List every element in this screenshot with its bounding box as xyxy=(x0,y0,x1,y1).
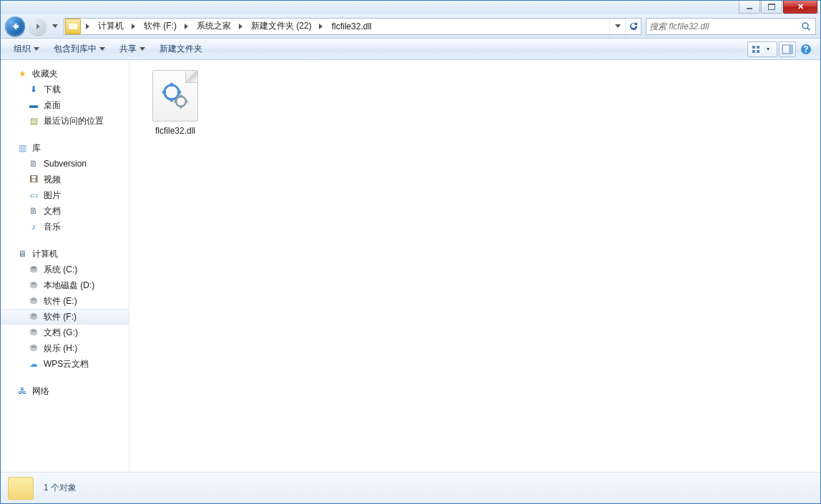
group-label: 收藏夹 xyxy=(32,68,58,80)
breadcrumb-label: 系统之家 xyxy=(197,20,231,32)
close-button[interactable]: ✕ xyxy=(783,1,817,14)
item-label: 视频 xyxy=(44,174,61,186)
item-label: 最近访问的位置 xyxy=(44,115,104,127)
library-icon: ▥ xyxy=(16,142,28,154)
video-icon: 🎞 xyxy=(28,174,39,185)
item-label: WPS云文档 xyxy=(44,358,89,370)
refresh-button[interactable] xyxy=(625,19,641,34)
star-icon: ★ xyxy=(16,68,28,79)
desktop-icon: ▬ xyxy=(28,99,39,111)
sidebar-item-wps-cloud[interactable]: ☁WPS云文档 xyxy=(1,356,129,372)
button-label: 组织 xyxy=(14,43,31,55)
sidebar-item-music[interactable]: ♪音乐 xyxy=(1,219,129,234)
breadcrumb-current[interactable]: flcfile32.dll xyxy=(326,19,376,34)
chevron-down-icon xyxy=(52,24,58,28)
share-button[interactable]: 共享 xyxy=(112,40,152,58)
svg-rect-20 xyxy=(180,106,182,109)
svg-rect-15 xyxy=(170,98,173,102)
item-label: 桌面 xyxy=(44,99,61,112)
computer-icon: 🖥 xyxy=(16,248,28,260)
sidebar-item-videos[interactable]: 🎞视频 xyxy=(1,172,129,187)
computer-header[interactable]: 🖥 计算机 xyxy=(1,246,129,262)
libraries-header[interactable]: ▥ 库 xyxy=(1,140,129,156)
chevron-down-icon xyxy=(615,24,621,28)
picture-icon: ▭ xyxy=(28,189,39,201)
breadcrumb-separator[interactable] xyxy=(128,19,138,34)
music-icon: ♪ xyxy=(28,221,39,232)
minimize-button[interactable] xyxy=(739,1,760,14)
navigation-pane: ★ 收藏夹 ⬇下载 ▬桌面 ▤最近访问的位置 ▥ 库 🗎Subversion 🎞… xyxy=(1,60,129,472)
include-in-library-button[interactable]: 包含到库中 xyxy=(46,40,112,58)
breadcrumb-separator[interactable] xyxy=(316,19,326,34)
item-label: 下载 xyxy=(44,84,61,96)
svg-point-18 xyxy=(176,97,186,107)
item-label: 文档 xyxy=(44,205,61,217)
sidebar-item-documents[interactable]: 🗎文档 xyxy=(1,203,129,219)
sidebar-item-pictures[interactable]: ▭图片 xyxy=(1,187,129,203)
item-label: 文档 (G:) xyxy=(44,327,78,339)
command-bar: 组织 包含到库中 共享 新建文件夹 ? xyxy=(1,39,820,60)
view-options-button[interactable] xyxy=(747,41,777,57)
svg-rect-14 xyxy=(170,83,173,87)
sidebar-item-drive-c[interactable]: ⛃系统 (C:) xyxy=(1,262,129,277)
breadcrumb-folder[interactable]: 系统之家 xyxy=(191,19,235,34)
breadcrumb-separator[interactable] xyxy=(82,19,92,34)
breadcrumb-label: 计算机 xyxy=(98,20,124,32)
search-icon[interactable] xyxy=(800,21,812,31)
dll-file-icon xyxy=(152,70,198,122)
sidebar-item-drive-e[interactable]: ⛃软件 (E:) xyxy=(1,293,129,309)
svg-point-13 xyxy=(164,85,179,99)
navigation-bar: 计算机 软件 (F:) 系统之家 新建文件夹 (22) flcfile32.dl… xyxy=(1,14,820,39)
network-icon: 🖧 xyxy=(16,385,28,397)
forward-button[interactable] xyxy=(29,18,46,35)
file-list[interactable]: flcfile32.dll xyxy=(129,60,820,472)
item-label: 本地磁盘 (D:) xyxy=(44,280,94,292)
sidebar-item-desktop[interactable]: ▬桌面 xyxy=(1,97,129,113)
svg-rect-6 xyxy=(757,46,759,49)
back-button[interactable] xyxy=(5,16,25,36)
chevron-down-icon xyxy=(99,47,105,51)
chevron-down-icon xyxy=(139,47,145,51)
group-label: 库 xyxy=(32,142,41,154)
new-folder-button[interactable]: 新建文件夹 xyxy=(152,40,210,58)
group-label: 计算机 xyxy=(32,248,58,260)
document-icon: 🗎 xyxy=(28,205,39,217)
sidebar-item-drive-g[interactable]: ⛃文档 (G:) xyxy=(1,325,129,340)
help-button[interactable]: ? xyxy=(797,41,815,57)
favorites-header[interactable]: ★ 收藏夹 xyxy=(1,66,129,81)
sidebar-item-downloads[interactable]: ⬇下载 xyxy=(1,81,129,97)
network-header[interactable]: 🖧 网络 xyxy=(1,383,129,399)
svg-rect-5 xyxy=(752,46,755,49)
organize-button[interactable]: 组织 xyxy=(6,40,46,58)
network-group: 🖧 网络 xyxy=(1,383,129,399)
item-label: Subversion xyxy=(44,159,87,169)
drive-icon: ⛃ xyxy=(28,280,39,291)
sidebar-item-drive-h[interactable]: ⛃娱乐 (H:) xyxy=(1,340,129,356)
sidebar-item-drive-d[interactable]: ⛃本地磁盘 (D:) xyxy=(1,277,129,293)
sidebar-item-drive-f[interactable]: ⛃软件 (F:) xyxy=(1,309,129,325)
chevron-down-icon xyxy=(34,47,39,51)
breadcrumb-separator[interactable] xyxy=(181,19,191,34)
breadcrumb-drive[interactable]: 软件 (F:) xyxy=(138,19,181,34)
search-box[interactable] xyxy=(646,18,816,35)
address-dropdown[interactable] xyxy=(609,19,625,34)
breadcrumb-computer[interactable]: 计算机 xyxy=(92,19,128,34)
preview-pane-button[interactable] xyxy=(779,41,796,57)
svg-rect-22 xyxy=(185,101,188,103)
svg-rect-0 xyxy=(747,8,752,9)
svg-rect-19 xyxy=(180,95,182,98)
address-bar[interactable]: 计算机 软件 (F:) 系统之家 新建文件夹 (22) flcfile32.dl… xyxy=(64,18,641,35)
item-label: 软件 (E:) xyxy=(44,295,77,307)
search-input[interactable] xyxy=(649,21,800,31)
sidebar-item-subversion[interactable]: 🗎Subversion xyxy=(1,156,129,172)
item-label: 娱乐 (H:) xyxy=(44,342,77,355)
history-dropdown[interactable] xyxy=(51,18,59,35)
maximize-button[interactable] xyxy=(761,1,782,14)
item-label: 软件 (F:) xyxy=(44,311,77,323)
cloud-icon: ☁ xyxy=(28,358,39,370)
sidebar-item-recent[interactable]: ▤最近访问的位置 xyxy=(1,113,129,129)
drive-icon: ⛃ xyxy=(28,264,39,275)
breadcrumb-folder[interactable]: 新建文件夹 (22) xyxy=(245,19,316,34)
file-item[interactable]: flcfile32.dll xyxy=(142,70,208,136)
breadcrumb-separator[interactable] xyxy=(235,19,245,34)
